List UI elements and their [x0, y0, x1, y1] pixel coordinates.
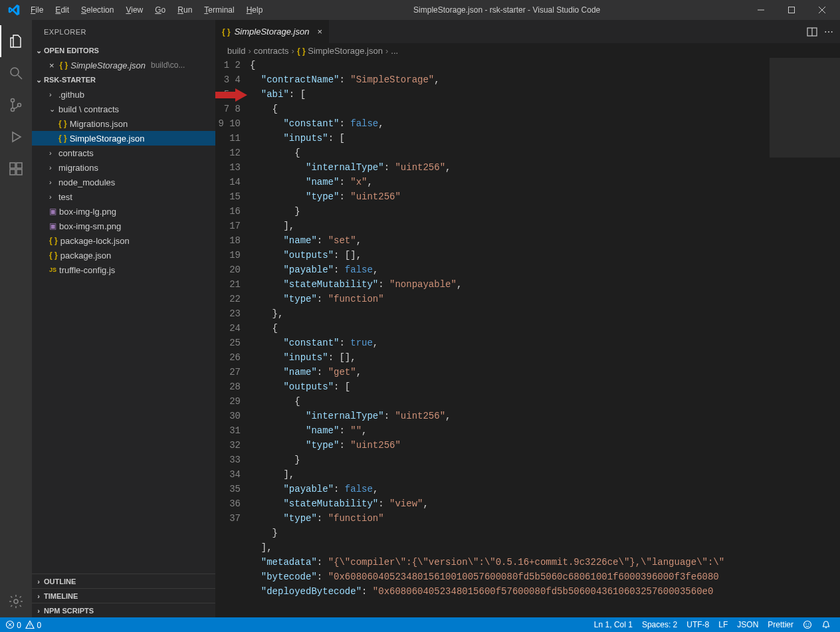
json-icon: { } [60, 60, 68, 70]
split-editor-icon[interactable] [807, 27, 817, 37]
editor-tab[interactable]: { } SimpleStorage.json × [215, 20, 330, 43]
workspace-label: RSK-STARTER [44, 76, 96, 84]
status-warnings[interactable]: 0 [25, 620, 41, 630]
chevron-down-icon: ⌄ [35, 47, 43, 55]
maximize-button[interactable] [776, 0, 807, 20]
section-label: OUTLINE [44, 578, 76, 585]
status-item[interactable]: JSON [737, 620, 758, 629]
close-button[interactable] [807, 0, 837, 20]
menu-item-terminal[interactable]: Terminal [199, 3, 239, 17]
file-item[interactable]: JStruffle-config.js [32, 263, 215, 277]
workspace-header[interactable]: ⌄ RSK-STARTER [32, 72, 215, 87]
folder-item[interactable]: ›test [32, 189, 215, 204]
tree-item-label: box-img-sm.png [59, 221, 121, 231]
open-editors-header[interactable]: ⌄ OPEN EDITORS [32, 43, 215, 58]
code-editor[interactable]: { "contractName": "SimpleStorage", "abi"… [250, 58, 840, 617]
svg-point-4 [11, 68, 19, 76]
menu-item-help[interactable]: Help [241, 3, 268, 17]
vscode-logo-icon [8, 4, 20, 16]
breadcrumb-segment[interactable]: { } SimpleStorage.json [297, 46, 383, 56]
status-item[interactable]: LF [718, 620, 728, 629]
json-icon: { } [58, 134, 67, 143]
editor-tabs-bar: { } SimpleStorage.json × ⋯ [215, 20, 840, 43]
folder-item[interactable]: ›contracts [32, 146, 215, 160]
tree-item-label: package-lock.json [60, 236, 130, 246]
open-editor-path: build\co... [151, 60, 185, 70]
svg-point-25 [804, 621, 811, 629]
svg-point-27 [808, 623, 809, 625]
minimap[interactable] [770, 58, 840, 617]
close-icon[interactable]: × [49, 60, 54, 70]
section-label: TIMELINE [44, 592, 78, 600]
menu-item-edit[interactable]: Edit [50, 3, 74, 17]
section-label: NPM SCRIPTS [44, 607, 94, 615]
image-icon: ▣ [49, 221, 56, 231]
open-editor-item[interactable]: × { } SimpleStorage.json build\co... [32, 58, 215, 72]
breadcrumb-separator-icon: › [292, 46, 294, 56]
chevron-right-icon: › [49, 163, 56, 171]
status-item[interactable]: UTF-8 [686, 620, 709, 629]
bell-icon[interactable] [821, 620, 831, 629]
activity-search-icon[interactable] [0, 57, 32, 89]
section-timeline[interactable]: ›TIMELINE [32, 588, 215, 603]
chevron-right-icon: › [35, 592, 43, 600]
menu-item-go[interactable]: Go [150, 3, 171, 17]
breadcrumb-separator-icon: › [248, 46, 251, 56]
menu-item-view[interactable]: View [120, 3, 148, 17]
folder-item[interactable]: ›node_modules [32, 175, 215, 189]
activity-explorer-icon[interactable] [0, 25, 32, 57]
folder-item[interactable]: ⌄build \ contracts [32, 102, 215, 116]
annotation-arrow-icon [215, 88, 247, 102]
json-icon: { } [49, 236, 58, 245]
activity-scm-icon[interactable] [0, 89, 32, 121]
minimap-viewport[interactable] [770, 58, 840, 158]
feedback-icon[interactable] [803, 620, 812, 629]
menu-item-file[interactable]: File [25, 3, 49, 17]
json-icon: { } [222, 27, 231, 37]
svg-point-7 [11, 108, 15, 112]
breadcrumb-segment[interactable]: contracts [254, 46, 289, 56]
file-item[interactable]: { }package.json [32, 248, 215, 263]
svg-rect-10 [10, 163, 15, 168]
more-actions-icon[interactable]: ⋯ [824, 27, 833, 37]
status-item[interactable]: Spaces: 2 [642, 620, 677, 629]
breadcrumb-separator-icon: › [385, 46, 388, 56]
breadcrumb-segment[interactable]: build [227, 46, 245, 56]
svg-rect-11 [10, 169, 15, 175]
chevron-down-icon: ⌄ [49, 105, 56, 114]
file-item[interactable]: ▣box-img-sm.png [32, 219, 215, 233]
close-icon[interactable]: × [317, 27, 322, 37]
menu-item-selection[interactable]: Selection [76, 3, 119, 17]
section-npm-scripts[interactable]: ›NPM SCRIPTS [32, 603, 215, 617]
folder-item[interactable]: ›.github [32, 87, 215, 102]
image-icon: ▣ [49, 207, 56, 216]
status-item[interactable]: Prettier [768, 620, 793, 629]
file-item[interactable]: { }package-lock.json [32, 233, 215, 248]
chevron-right-icon: › [49, 149, 56, 157]
tree-item-label: build \ contracts [58, 104, 119, 114]
menu-item-run[interactable]: Run [172, 3, 197, 17]
minimize-button[interactable] [746, 0, 776, 20]
status-errors[interactable]: 0 [5, 620, 21, 630]
folder-item[interactable]: ›migrations [32, 160, 215, 175]
status-bar: 0 0 Ln 1, Col 1Spaces: 2UTF-8LFJSONPrett… [0, 617, 840, 632]
file-item[interactable]: { }Migrations.json [32, 116, 215, 131]
svg-rect-13 [17, 163, 22, 168]
activity-debug-icon[interactable] [0, 121, 32, 153]
file-item[interactable]: { }SimpleStorage.json [32, 131, 215, 146]
tree-item-label: truffle-config.js [59, 265, 115, 275]
editor-area: { } SimpleStorage.json × ⋯ build›contrac… [215, 20, 840, 617]
tree-item-label: node_modules [58, 177, 115, 187]
window-title: SimpleStorage.json - rsk-starter - Visua… [268, 5, 746, 15]
section-outline[interactable]: ›OUTLINE [32, 574, 215, 588]
svg-rect-17 [215, 92, 235, 98]
breadcrumb[interactable]: build›contracts›{ } SimpleStorage.json›.… [215, 43, 840, 58]
file-item[interactable]: ▣box-img-lg.png [32, 204, 215, 219]
json-icon: { } [49, 251, 58, 260]
status-item[interactable]: Ln 1, Col 1 [594, 620, 633, 629]
sidebar-title: EXPLORER [32, 20, 215, 43]
chevron-right-icon: › [49, 193, 56, 201]
breadcrumb-segment[interactable]: ... [391, 46, 398, 56]
activity-extensions-icon[interactable] [0, 153, 32, 185]
activity-settings-icon[interactable] [0, 585, 32, 617]
